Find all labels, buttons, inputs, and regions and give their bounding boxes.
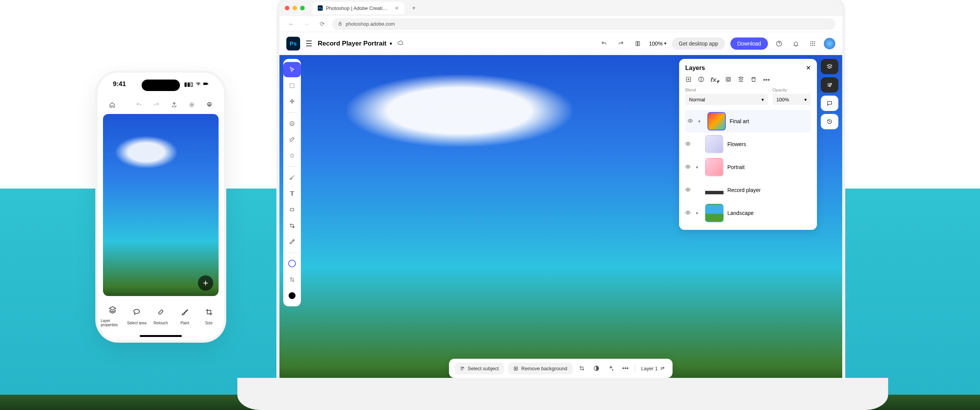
select-subject-button[interactable]: Select subject: [454, 363, 504, 374]
properties-toggle-icon[interactable]: [821, 77, 838, 93]
visibility-icon[interactable]: [685, 164, 692, 171]
redo-icon[interactable]: [615, 38, 627, 49]
layer-thumbnail: [705, 181, 724, 199]
chevron-down-icon[interactable]: ▾: [696, 211, 701, 216]
undo-icon[interactable]: [598, 38, 610, 49]
action-label: Paint: [180, 321, 189, 325]
layers-toggle-icon[interactable]: [821, 59, 838, 74]
svg-point-31: [687, 166, 689, 168]
more-icon[interactable]: •••: [620, 363, 631, 374]
notifications-icon[interactable]: [790, 38, 802, 49]
tool-eraser[interactable]: [283, 132, 301, 147]
tool-select[interactable]: [283, 78, 301, 93]
context-layer-selector[interactable]: Layer 1: [639, 366, 667, 371]
action-select-area[interactable]: Select area: [125, 308, 149, 325]
comments-icon[interactable]: [821, 96, 838, 111]
fx-icon[interactable]: fx▾: [710, 76, 719, 85]
crop-icon[interactable]: [577, 363, 587, 374]
get-desktop-button[interactable]: Get desktop app: [672, 37, 725, 50]
mask-icon[interactable]: [725, 76, 732, 85]
document-title[interactable]: Record Player Portrait ▾: [318, 40, 392, 47]
visibility-icon[interactable]: [685, 141, 692, 148]
layer-thumbnail: [705, 204, 724, 222]
chevron-down-icon[interactable]: ▾: [696, 165, 701, 170]
browser-tab[interactable]: Ps Photoshop | Adobe Creative C ✕: [312, 2, 404, 14]
help-icon[interactable]: [773, 38, 785, 49]
settings-icon[interactable]: [204, 99, 215, 110]
action-size[interactable]: Size: [197, 308, 221, 325]
layer-row-landscape[interactable]: ▾Landscape: [685, 202, 811, 225]
tool-generative[interactable]: [283, 94, 301, 109]
redo-icon[interactable]: [151, 99, 162, 110]
close-tab-icon[interactable]: ✕: [395, 5, 399, 11]
minimize-window-icon[interactable]: [292, 6, 297, 10]
close-window-icon[interactable]: [285, 6, 289, 10]
home-icon[interactable]: [107, 99, 118, 110]
tool-eyedropper[interactable]: [283, 234, 301, 249]
tool-spot-heal[interactable]: [283, 116, 301, 131]
toolbar-divider: [287, 112, 297, 113]
add-button[interactable]: +: [198, 275, 213, 291]
blend-mode-select[interactable]: Normal ▾: [685, 94, 768, 105]
photoshop-logo-icon[interactable]: Ps: [286, 37, 300, 50]
more-icon[interactable]: •••: [763, 76, 770, 85]
brightness-icon[interactable]: [186, 99, 197, 110]
reload-icon[interactable]: ⟳: [317, 20, 327, 28]
tool-crop[interactable]: [283, 218, 301, 233]
action-retouch[interactable]: Retouch: [149, 308, 173, 325]
menu-icon[interactable]: ☰: [305, 39, 312, 48]
artboard-icon[interactable]: [632, 38, 644, 49]
maximize-window-icon[interactable]: [300, 6, 305, 10]
tool-swap-arrows[interactable]: [283, 272, 301, 287]
layer-row-record-player[interactable]: Record player: [685, 179, 811, 202]
download-button[interactable]: Download: [730, 37, 768, 50]
visibility-icon[interactable]: [688, 118, 694, 125]
canvas[interactable]: T: [279, 55, 842, 382]
visibility-icon[interactable]: [685, 210, 692, 216]
history-icon[interactable]: [821, 114, 838, 129]
group-icon[interactable]: [738, 76, 744, 85]
remove-background-button[interactable]: Remove background: [508, 363, 573, 374]
url-field[interactable]: photoshop.adobe.com: [332, 18, 835, 30]
layer-row-flowers[interactable]: Flowers: [685, 133, 811, 156]
undo-icon[interactable]: [134, 99, 144, 110]
svg-point-34: [461, 367, 462, 368]
tool-sparkle[interactable]: [283, 148, 301, 163]
layer-name: Landscape: [727, 210, 754, 216]
action-paint[interactable]: Paint: [173, 308, 197, 325]
tool-background-color[interactable]: [283, 288, 301, 303]
zoom-selector[interactable]: 100% ▾: [649, 41, 666, 47]
layer-row-final-art[interactable]: ▾Final art: [685, 110, 811, 133]
forward-icon[interactable]: →: [302, 21, 312, 28]
tab-title: Photoshop | Adobe Creative C: [326, 5, 389, 11]
add-layer-icon[interactable]: [685, 76, 692, 85]
cloud-icon[interactable]: [397, 40, 403, 47]
tool-text[interactable]: T: [283, 186, 301, 201]
right-rail: [821, 59, 838, 129]
layer-row-portrait[interactable]: ▾Portrait: [685, 156, 811, 179]
adjust-icon[interactable]: [591, 363, 602, 374]
new-tab-button[interactable]: +: [409, 3, 419, 13]
tool-brush[interactable]: [283, 170, 301, 185]
visibility-icon[interactable]: [685, 187, 692, 194]
window-controls[interactable]: [285, 6, 305, 10]
tool-foreground-color[interactable]: [283, 256, 301, 271]
context-bar: Select subject Remove background ••• Lay…: [449, 359, 673, 378]
sparkle-icon[interactable]: [606, 363, 616, 374]
tool-shape[interactable]: [283, 202, 301, 217]
svg-rect-7: [636, 41, 638, 46]
chevron-down-icon[interactable]: ▾: [698, 119, 704, 124]
user-avatar[interactable]: [824, 38, 835, 49]
share-icon[interactable]: [169, 99, 180, 110]
back-icon[interactable]: ←: [286, 21, 296, 28]
svg-point-10: [810, 41, 812, 42]
opacity-select[interactable]: 100% ▾: [773, 94, 811, 105]
close-panel-icon[interactable]: ✕: [806, 64, 811, 72]
laptop-base: [237, 378, 888, 410]
action-layer-properties[interactable]: Layer properties: [101, 306, 125, 327]
tool-move[interactable]: [283, 62, 301, 77]
adjustment-icon[interactable]: [698, 76, 704, 85]
delete-icon[interactable]: [750, 76, 757, 85]
phone-canvas[interactable]: [103, 114, 219, 296]
apps-grid-icon[interactable]: [807, 38, 818, 49]
